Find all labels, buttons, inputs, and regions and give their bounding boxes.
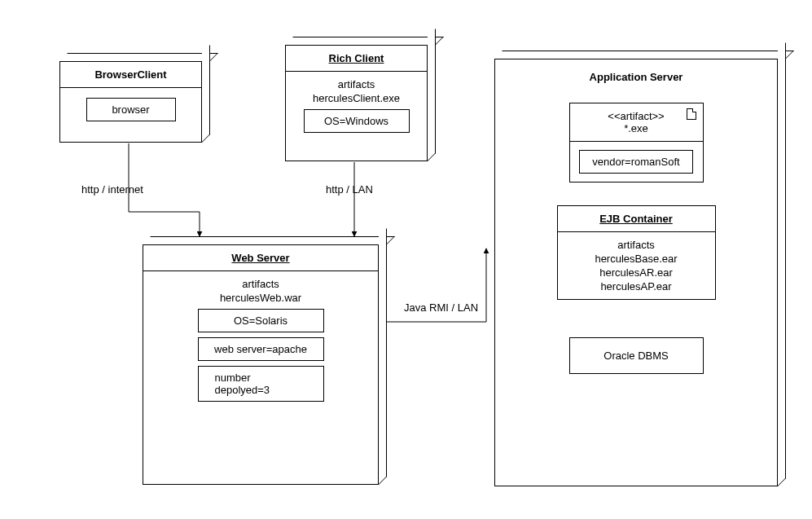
ejb-title: EJB Container bbox=[599, 213, 673, 225]
rich-client-title: Rich Client bbox=[329, 52, 384, 64]
rich-client-artifacts-label: artifacts bbox=[292, 78, 420, 90]
label-http-internet: http / internet bbox=[81, 183, 143, 196]
web-server-os-tag: OS=Solaris bbox=[198, 309, 324, 332]
web-server-number-tag: number depolyed=3 bbox=[198, 366, 324, 402]
ejb-a1: herculesBase.ear bbox=[564, 253, 709, 265]
artifact-note-box: <<artifact>> *.exe vendor=romanSoft bbox=[569, 103, 704, 183]
node-rich-client: Rich Client artifacts herculesClient.exe… bbox=[285, 45, 428, 161]
browser-inner-box: browser bbox=[86, 98, 176, 121]
web-server-number-line2: depolyed=3 bbox=[215, 384, 317, 396]
label-java-rmi: Java RMI / LAN bbox=[404, 301, 478, 314]
ejb-a2: herculesAR.ear bbox=[564, 266, 709, 279]
artifact-name: *.exe bbox=[573, 122, 700, 134]
web-server-artifact: herculesWeb.war bbox=[150, 292, 371, 304]
ejb-a3: herculesAP.ear bbox=[564, 280, 709, 292]
rich-client-artifact: herculesClient.exe bbox=[292, 92, 420, 104]
node-browser-client: BrowserClient browser bbox=[59, 61, 202, 143]
oracle-dbms-box: Oracle DBMS bbox=[569, 337, 704, 374]
document-icon bbox=[687, 108, 696, 120]
node-web-server: Web Server artifacts herculesWeb.war OS=… bbox=[143, 244, 379, 485]
label-http-lan: http / LAN bbox=[326, 183, 373, 196]
web-server-title: Web Server bbox=[231, 252, 289, 264]
artifact-vendor-tag: vendor=romanSoft bbox=[579, 150, 693, 174]
browser-client-title: BrowserClient bbox=[94, 68, 166, 81]
node-app-server: Application Server <<artifact>> *.exe ve… bbox=[494, 59, 778, 486]
web-server-number-line1: number bbox=[215, 372, 317, 384]
app-server-title: Application Server bbox=[495, 59, 777, 86]
ejb-container: EJB Container artifacts herculesBase.ear… bbox=[557, 205, 716, 300]
ejb-artifacts-label: artifacts bbox=[564, 239, 709, 251]
web-server-apache-tag: web server=apache bbox=[198, 337, 324, 361]
artifact-stereo: <<artifact>> bbox=[573, 110, 700, 122]
web-server-artifacts-label: artifacts bbox=[150, 278, 371, 290]
rich-client-os-tag: OS=Windows bbox=[304, 109, 410, 133]
